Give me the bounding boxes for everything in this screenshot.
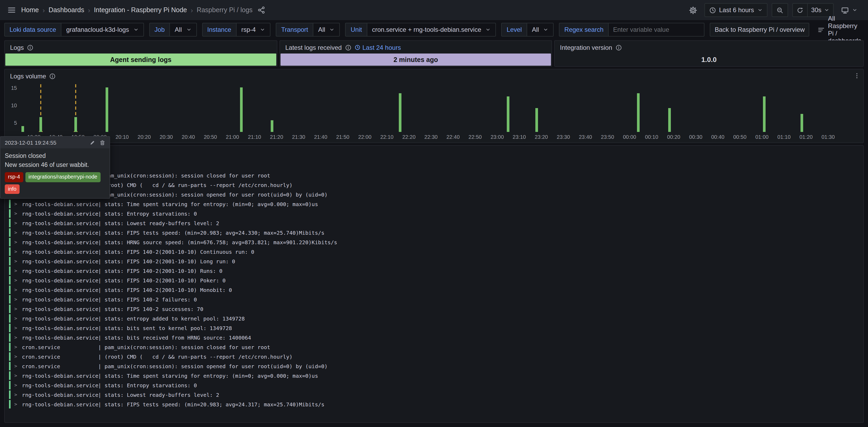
annotation-tag[interactable]: integrations/raspberrypi-node <box>25 172 100 182</box>
log-message: | stats: FIPS tests speed: (min=20.983; … <box>98 230 324 235</box>
variable-value-dropdown[interactable]: cron.service + rng-tools-debian.service <box>367 23 496 36</box>
log-service: rng-tools-debian.service <box>22 325 95 331</box>
log-volume-bar[interactable] <box>22 126 24 132</box>
expand-log-icon[interactable]: > <box>14 335 17 340</box>
variable-value-dropdown[interactable]: grafanacloud-k3d-logs <box>61 23 144 36</box>
log-service: rng-tools-debian.service <box>22 277 95 283</box>
info-icon[interactable] <box>615 44 622 51</box>
refresh-interval-dropdown[interactable]: 30s <box>807 4 833 17</box>
expand-log-icon[interactable]: > <box>14 364 17 369</box>
logs-status-panel: Logs Agent sending logs <box>4 40 277 67</box>
expand-log-icon[interactable]: > <box>14 373 17 378</box>
log-volume-bar[interactable] <box>800 114 803 132</box>
log-row[interactable]: >cron.service| pam_unix(cron:session): s… <box>9 190 859 199</box>
expand-log-icon[interactable]: > <box>14 249 17 254</box>
chevron-down-icon <box>757 7 763 13</box>
log-row[interactable]: >rng-tools-debian.service| stats: Entrop… <box>9 381 859 389</box>
info-icon[interactable] <box>345 44 351 51</box>
log-row[interactable]: >cron.service| pam_unix(cron:session): s… <box>9 343 859 351</box>
log-row[interactable]: >rng-tools-debian.service| stats: FIPS 1… <box>9 295 859 304</box>
variable-value-dropdown[interactable]: All <box>169 23 197 36</box>
log-row[interactable]: >rng-tools-debian.service| stats: FIPS 1… <box>9 286 859 294</box>
log-row[interactable]: >rng-tools-debian.service| stats: HRNG s… <box>9 238 859 246</box>
log-row[interactable]: >cron.service| pam_unix(cron:session): s… <box>9 362 859 370</box>
log-row[interactable]: >rng-tools-debian.service| stats: entrop… <box>9 314 859 323</box>
panel-menu-icon[interactable] <box>854 72 860 80</box>
delete-annotation-icon[interactable] <box>99 140 105 145</box>
expand-log-icon[interactable]: > <box>14 268 17 273</box>
time-range-link[interactable]: Last 24 hours <box>354 44 401 51</box>
log-row[interactable]: >rng-tools-debian.service| stats: FIPS t… <box>9 400 859 408</box>
log-row[interactable]: >cron.service| (root) CMD ( cd / && run-… <box>9 352 859 361</box>
expand-log-icon[interactable]: > <box>14 306 17 312</box>
log-row[interactable]: >cron.service| (root) CMD ( cd / && run-… <box>9 181 859 189</box>
variable-value-dropdown[interactable]: rsp-4 <box>236 23 271 36</box>
expand-log-icon[interactable]: > <box>14 316 17 321</box>
log-row[interactable]: >rng-tools-debian.service| stats: bits s… <box>9 324 859 332</box>
annotation-tag[interactable]: info <box>5 184 20 194</box>
expand-log-icon[interactable]: > <box>14 402 17 407</box>
expand-log-icon[interactable]: > <box>14 259 17 264</box>
gear-icon[interactable] <box>686 3 700 17</box>
breadcrumb-item[interactable]: Dashboards <box>49 6 84 14</box>
log-row[interactable]: >rng-tools-debian.service| stats: FIPS 1… <box>9 266 859 275</box>
log-row[interactable]: >rng-tools-debian.service| stats: Time s… <box>9 371 859 380</box>
log-service: cron.service <box>22 344 95 350</box>
log-volume-bar[interactable] <box>536 108 538 132</box>
log-volume-bar[interactable] <box>668 108 671 132</box>
log-volume-bar[interactable] <box>74 117 77 132</box>
log-row[interactable]: >rng-tools-debian.service| stats: FIPS t… <box>9 228 859 237</box>
expand-log-icon[interactable]: > <box>14 201 17 207</box>
log-row[interactable]: >rng-tools-debian.service| stats: FIPS 1… <box>9 248 859 256</box>
log-row[interactable]: >rng-tools-debian.service| stats: bits r… <box>9 333 859 342</box>
expand-log-icon[interactable]: > <box>14 297 17 302</box>
log-volume-bar[interactable] <box>240 87 243 132</box>
regex-search-input[interactable] <box>609 23 705 36</box>
menu-icon[interactable] <box>7 6 16 14</box>
info-icon[interactable] <box>49 73 56 79</box>
log-row[interactable]: >rng-tools-debian.service| stats: Time s… <box>9 200 859 208</box>
log-volume-bar[interactable] <box>105 87 108 132</box>
log-volume-bar[interactable] <box>637 93 640 132</box>
breadcrumb-item[interactable]: Home <box>21 6 39 14</box>
log-volume-bar[interactable] <box>399 93 401 132</box>
expand-log-icon[interactable]: > <box>14 239 17 245</box>
expand-log-icon[interactable]: > <box>14 287 17 292</box>
log-row[interactable]: >cron.service| pam_unix(cron:session): s… <box>9 171 859 179</box>
expand-log-icon[interactable]: > <box>14 344 17 350</box>
expand-log-icon[interactable]: > <box>14 278 17 283</box>
breadcrumb-item[interactable]: Raspberry Pi / logs <box>197 6 252 14</box>
log-volume-bar[interactable] <box>271 120 273 132</box>
variable-value-dropdown[interactable]: All <box>313 23 340 36</box>
x-tick-label: 21:50 <box>336 134 349 140</box>
zoom-out-button[interactable] <box>771 3 788 17</box>
expand-log-icon[interactable]: > <box>14 354 17 359</box>
log-volume-bar[interactable] <box>39 117 42 132</box>
expand-log-icon[interactable]: > <box>14 230 17 235</box>
log-row[interactable]: >rng-tools-debian.service| stats: FIPS 1… <box>9 276 859 284</box>
expand-log-icon[interactable]: > <box>14 220 17 226</box>
edit-annotation-icon[interactable] <box>89 140 95 145</box>
breadcrumb-item[interactable]: Integration - Raspberry Pi Node <box>94 6 187 14</box>
time-range-picker[interactable]: Last 6 hours <box>704 3 767 17</box>
log-volume-bar[interactable] <box>507 96 509 132</box>
logs-volume-plot[interactable] <box>21 84 859 132</box>
refresh-icon[interactable] <box>793 4 807 17</box>
log-row[interactable]: >rng-tools-debian.service| stats: FIPS 1… <box>9 305 859 313</box>
variable-value-dropdown[interactable]: All <box>527 23 554 36</box>
variable-transport: TransportAll <box>276 23 340 36</box>
log-row[interactable]: >rng-tools-debian.service| stats: Lowest… <box>9 219 859 227</box>
share-icon[interactable] <box>258 6 265 14</box>
log-row[interactable]: >rng-tools-debian.service| stats: Entrop… <box>9 209 859 218</box>
log-volume-bar[interactable] <box>763 96 766 132</box>
log-row[interactable]: >rng-tools-debian.service| stats: Lowest… <box>9 391 859 399</box>
expand-log-icon[interactable]: > <box>14 382 17 388</box>
log-row[interactable]: >rng-tools-debian.service| stats: FIPS 1… <box>9 257 859 265</box>
annotation-tag[interactable]: rsp-4 <box>5 172 23 182</box>
all-dashboards-button[interactable]: All Raspberry Pi / dashboards <box>815 23 864 36</box>
back-to-overview-button[interactable]: Back to Raspberry Pi / overview <box>710 23 809 36</box>
expand-log-icon[interactable]: > <box>14 392 17 397</box>
info-icon[interactable] <box>27 44 33 51</box>
expand-log-icon[interactable]: > <box>14 211 17 216</box>
expand-log-icon[interactable]: > <box>14 325 17 331</box>
